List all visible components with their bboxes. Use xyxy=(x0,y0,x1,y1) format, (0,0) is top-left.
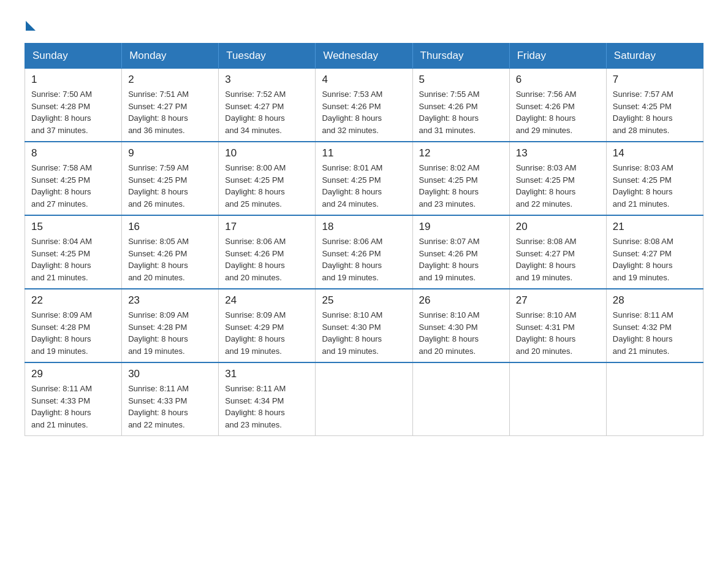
calendar-header-wednesday: Wednesday xyxy=(316,44,412,69)
day-number: 2 xyxy=(128,74,212,86)
day-number: 18 xyxy=(322,221,406,233)
day-info: Sunrise: 8:06 AMSunset: 4:26 PMDaylight:… xyxy=(225,236,309,283)
day-info: Sunrise: 8:02 AMSunset: 4:25 PMDaylight:… xyxy=(419,162,503,210)
day-number: 20 xyxy=(516,221,600,233)
day-number: 19 xyxy=(419,221,503,233)
day-info: Sunrise: 8:05 AMSunset: 4:26 PMDaylight:… xyxy=(128,236,212,283)
day-number: 31 xyxy=(225,368,309,380)
calendar-day-cell: 27 Sunrise: 8:10 AMSunset: 4:31 PMDaylig… xyxy=(509,289,606,362)
calendar-header-saturday: Saturday xyxy=(606,44,703,69)
day-info: Sunrise: 8:09 AMSunset: 4:28 PMDaylight:… xyxy=(31,309,115,357)
day-info: Sunrise: 7:56 AMSunset: 4:26 PMDaylight:… xyxy=(516,88,600,136)
day-number: 25 xyxy=(322,294,406,307)
day-info: Sunrise: 8:09 AMSunset: 4:28 PMDaylight:… xyxy=(128,309,212,357)
calendar-day-cell: 6 Sunrise: 7:56 AMSunset: 4:26 PMDayligh… xyxy=(509,69,606,142)
calendar-day-cell xyxy=(412,362,509,436)
calendar-day-cell xyxy=(509,362,606,436)
calendar-day-cell: 19 Sunrise: 8:07 AMSunset: 4:26 PMDaylig… xyxy=(412,215,509,289)
day-number: 1 xyxy=(31,74,115,86)
calendar-day-cell: 8 Sunrise: 7:58 AMSunset: 4:25 PMDayligh… xyxy=(25,142,122,215)
day-number: 12 xyxy=(419,147,503,159)
calendar-day-cell: 23 Sunrise: 8:09 AMSunset: 4:28 PMDaylig… xyxy=(122,289,219,362)
day-number: 11 xyxy=(322,147,406,159)
day-info: Sunrise: 7:51 AMSunset: 4:27 PMDaylight:… xyxy=(128,88,212,136)
calendar-day-cell: 16 Sunrise: 8:05 AMSunset: 4:26 PMDaylig… xyxy=(122,215,219,289)
day-number: 28 xyxy=(613,294,697,307)
day-info: Sunrise: 7:50 AMSunset: 4:28 PMDaylight:… xyxy=(31,88,115,136)
calendar-day-cell: 4 Sunrise: 7:53 AMSunset: 4:26 PMDayligh… xyxy=(316,69,412,142)
calendar-header-row: SundayMondayTuesdayWednesdayThursdayFrid… xyxy=(25,44,703,69)
day-info: Sunrise: 8:08 AMSunset: 4:27 PMDaylight:… xyxy=(516,236,600,283)
calendar-day-cell: 3 Sunrise: 7:52 AMSunset: 4:27 PMDayligh… xyxy=(219,69,316,142)
logo-arrow-icon xyxy=(26,21,36,31)
calendar-header-thursday: Thursday xyxy=(412,44,509,69)
calendar-day-cell: 13 Sunrise: 8:03 AMSunset: 4:25 PMDaylig… xyxy=(509,142,606,215)
calendar-day-cell xyxy=(316,362,412,436)
page-header xyxy=(25,18,703,31)
calendar-day-cell xyxy=(606,362,703,436)
calendar-week-row: 8 Sunrise: 7:58 AMSunset: 4:25 PMDayligh… xyxy=(25,142,703,215)
day-number: 16 xyxy=(128,221,212,233)
day-info: Sunrise: 7:55 AMSunset: 4:26 PMDaylight:… xyxy=(419,88,503,136)
day-number: 30 xyxy=(128,368,212,380)
logo xyxy=(25,18,36,31)
day-number: 7 xyxy=(613,74,697,86)
calendar-day-cell: 20 Sunrise: 8:08 AMSunset: 4:27 PMDaylig… xyxy=(509,215,606,289)
day-info: Sunrise: 8:10 AMSunset: 4:31 PMDaylight:… xyxy=(516,309,600,357)
day-info: Sunrise: 8:07 AMSunset: 4:26 PMDaylight:… xyxy=(419,236,503,283)
calendar-day-cell: 17 Sunrise: 8:06 AMSunset: 4:26 PMDaylig… xyxy=(219,215,316,289)
day-info: Sunrise: 7:52 AMSunset: 4:27 PMDaylight:… xyxy=(225,88,309,136)
calendar-day-cell: 25 Sunrise: 8:10 AMSunset: 4:30 PMDaylig… xyxy=(316,289,412,362)
day-info: Sunrise: 8:04 AMSunset: 4:25 PMDaylight:… xyxy=(31,236,115,283)
calendar-day-cell: 10 Sunrise: 8:00 AMSunset: 4:25 PMDaylig… xyxy=(219,142,316,215)
day-info: Sunrise: 8:01 AMSunset: 4:25 PMDaylight:… xyxy=(322,162,406,210)
day-info: Sunrise: 8:08 AMSunset: 4:27 PMDaylight:… xyxy=(613,236,697,283)
day-number: 21 xyxy=(613,221,697,233)
day-number: 14 xyxy=(613,147,697,159)
day-number: 29 xyxy=(31,368,115,380)
calendar-day-cell: 29 Sunrise: 8:11 AMSunset: 4:33 PMDaylig… xyxy=(25,362,122,436)
calendar-week-row: 15 Sunrise: 8:04 AMSunset: 4:25 PMDaylig… xyxy=(25,215,703,289)
day-number: 23 xyxy=(128,294,212,307)
day-number: 17 xyxy=(225,221,309,233)
calendar-header-sunday: Sunday xyxy=(25,44,122,69)
calendar-day-cell: 30 Sunrise: 8:11 AMSunset: 4:33 PMDaylig… xyxy=(122,362,219,436)
calendar-day-cell: 26 Sunrise: 8:10 AMSunset: 4:30 PMDaylig… xyxy=(412,289,509,362)
calendar-day-cell: 14 Sunrise: 8:03 AMSunset: 4:25 PMDaylig… xyxy=(606,142,703,215)
calendar-week-row: 22 Sunrise: 8:09 AMSunset: 4:28 PMDaylig… xyxy=(25,289,703,362)
day-number: 26 xyxy=(419,294,503,307)
calendar-day-cell: 9 Sunrise: 7:59 AMSunset: 4:25 PMDayligh… xyxy=(122,142,219,215)
day-info: Sunrise: 8:09 AMSunset: 4:29 PMDaylight:… xyxy=(225,309,309,357)
day-number: 10 xyxy=(225,147,309,159)
day-number: 22 xyxy=(31,294,115,307)
calendar-day-cell: 15 Sunrise: 8:04 AMSunset: 4:25 PMDaylig… xyxy=(25,215,122,289)
day-info: Sunrise: 8:00 AMSunset: 4:25 PMDaylight:… xyxy=(225,162,309,210)
calendar-day-cell: 2 Sunrise: 7:51 AMSunset: 4:27 PMDayligh… xyxy=(122,69,219,142)
calendar-day-cell: 22 Sunrise: 8:09 AMSunset: 4:28 PMDaylig… xyxy=(25,289,122,362)
day-info: Sunrise: 8:11 AMSunset: 4:33 PMDaylight:… xyxy=(128,383,212,431)
day-number: 15 xyxy=(31,221,115,233)
day-info: Sunrise: 7:57 AMSunset: 4:25 PMDaylight:… xyxy=(613,88,697,136)
calendar-day-cell: 28 Sunrise: 8:11 AMSunset: 4:32 PMDaylig… xyxy=(606,289,703,362)
day-number: 5 xyxy=(419,74,503,86)
day-info: Sunrise: 8:03 AMSunset: 4:25 PMDaylight:… xyxy=(516,162,600,210)
day-number: 4 xyxy=(322,74,406,86)
calendar-week-row: 1 Sunrise: 7:50 AMSunset: 4:28 PMDayligh… xyxy=(25,69,703,142)
day-info: Sunrise: 8:10 AMSunset: 4:30 PMDaylight:… xyxy=(322,309,406,357)
calendar-week-row: 29 Sunrise: 8:11 AMSunset: 4:33 PMDaylig… xyxy=(25,362,703,436)
calendar-day-cell: 18 Sunrise: 8:06 AMSunset: 4:26 PMDaylig… xyxy=(316,215,412,289)
calendar-day-cell: 11 Sunrise: 8:01 AMSunset: 4:25 PMDaylig… xyxy=(316,142,412,215)
calendar-day-cell: 12 Sunrise: 8:02 AMSunset: 4:25 PMDaylig… xyxy=(412,142,509,215)
day-number: 13 xyxy=(516,147,600,159)
day-info: Sunrise: 7:59 AMSunset: 4:25 PMDaylight:… xyxy=(128,162,212,210)
day-number: 6 xyxy=(516,74,600,86)
calendar-header-tuesday: Tuesday xyxy=(219,44,316,69)
calendar-day-cell: 7 Sunrise: 7:57 AMSunset: 4:25 PMDayligh… xyxy=(606,69,703,142)
day-number: 27 xyxy=(516,294,600,307)
calendar-day-cell: 1 Sunrise: 7:50 AMSunset: 4:28 PMDayligh… xyxy=(25,69,122,142)
calendar-table: SundayMondayTuesdayWednesdayThursdayFrid… xyxy=(25,43,703,436)
day-info: Sunrise: 8:11 AMSunset: 4:33 PMDaylight:… xyxy=(31,383,115,431)
calendar-day-cell: 31 Sunrise: 8:11 AMSunset: 4:34 PMDaylig… xyxy=(219,362,316,436)
calendar-header-monday: Monday xyxy=(122,44,219,69)
day-info: Sunrise: 8:11 AMSunset: 4:34 PMDaylight:… xyxy=(225,383,309,431)
